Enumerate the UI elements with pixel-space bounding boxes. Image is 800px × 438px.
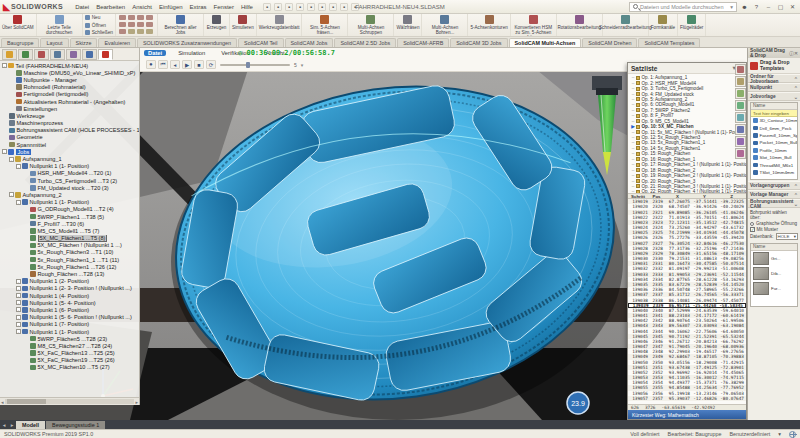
simulation-progress-slider[interactable] [220, 64, 290, 66]
hole-process-item[interactable]: Fur... [751, 281, 797, 296]
help-icon[interactable]: ? [752, 2, 761, 11]
ribbon-button-tool-sheet[interactable]: Werkzeugdatenblatt [257, 14, 303, 36]
tree-item[interactable]: M5_C5_Modell1 ...T5 (7) [0, 227, 139, 234]
cam-icon-5[interactable] [119, 22, 126, 27]
model-tab-modell[interactable]: Modell [16, 421, 45, 429]
play-icon[interactable]: ▶ [182, 60, 192, 69]
rebuild-icon[interactable]: ▪ [340, 3, 348, 11]
search-input[interactable]: Dateien und Modelle durchsuchen ▾ [629, 2, 737, 12]
ribbon-button-edge-machining[interactable]: Schneidenradbearbeitung [603, 14, 649, 36]
tree-item[interactable]: -Jobs [0, 148, 139, 155]
tree-expander-icon[interactable]: - [16, 293, 21, 298]
scroll-right-icon[interactable]: ▸ [135, 399, 138, 405]
tree-item[interactable]: M8_C5_Flächen27 ...T28 (24) [0, 342, 139, 349]
gear-icon[interactable] [735, 148, 746, 159]
ribbon-button-open-doc[interactable]: Öffnen [85, 23, 113, 28]
new-icon[interactable]: ▪ [274, 3, 282, 11]
section-bohrungsassistent[interactable]: Bohrungsassistent CAM⌄ [748, 199, 800, 208]
tree-item[interactable]: -Aufspannung_1 [0, 155, 139, 162]
tree-expander-icon[interactable]: - [16, 300, 21, 305]
menu-ansicht[interactable]: Ansicht [132, 4, 152, 10]
save-icon[interactable]: ▪ [296, 3, 304, 11]
scroll-left-icon[interactable]: ◂ [1, 399, 4, 405]
tree-expander-icon[interactable]: - [16, 279, 21, 284]
ribbon-button-close-doc[interactable]: Schließen [85, 30, 113, 35]
tree-item[interactable]: Turbo_C5_Fertigmodell ...T3 (2) [0, 177, 139, 184]
menu-extras[interactable]: Extras [190, 4, 207, 10]
open-icon[interactable]: ▪ [285, 3, 293, 11]
ribbon-button-port-machining[interactable]: Formkanäle [649, 14, 678, 36]
section-icon[interactable] [735, 100, 746, 111]
tree-item[interactable]: 5X_FaC_Flächen13 ...T25 (25) [0, 350, 139, 357]
record-icon[interactable]: ⏺ [146, 60, 156, 69]
ribbon-button-new-doc[interactable]: Neu [85, 15, 113, 20]
cam-icon-1[interactable] [119, 15, 126, 20]
tree-item[interactable]: Werkzeuge [0, 112, 139, 119]
sim-menu-simulation[interactable]: Simulation [174, 50, 209, 56]
operation-row[interactable]: –Op. 19: Rough_Flächen_2 ! (Nullpunkt 1 … [630, 173, 746, 178]
tab-scroll-right-icon[interactable]: ▸ [8, 422, 16, 428]
cam-icon-2[interactable] [128, 15, 135, 20]
tree-item[interactable]: -Nullpunkt 1 (1- Position) [0, 199, 139, 206]
tree-item[interactable]: -Aufspannung_2 [0, 191, 139, 198]
tab-solidcam-2-5d-jobs[interactable]: SolidCAM 2.5D Jobs [334, 38, 396, 47]
cam-icon-3[interactable] [137, 15, 144, 20]
step-back-icon[interactable]: ◂ [170, 60, 180, 69]
cam-icon-4[interactable] [146, 15, 153, 20]
template-item[interactable]: Fasemill_10mm_Spiral [751, 132, 797, 139]
sim-menu-datei[interactable]: Datei [144, 50, 166, 56]
cam-icon-10[interactable] [128, 29, 135, 34]
loop-icon[interactable]: ⟳ [206, 60, 216, 69]
menu-fenster[interactable]: Fenster [214, 4, 234, 10]
tree-item[interactable]: 5x_Rough_Flächen1 ...T26 (12) [0, 263, 139, 270]
ribbon-button-multiaxis-rough[interactable]: Multi-Achsen Schruppen [348, 14, 394, 36]
hole-process-item[interactable]: Dib... [751, 266, 797, 281]
table-row[interactable]: 139057235795.39037-12.46826-80.07647 [628, 396, 746, 401]
ribbon-button-multiaxis-drill[interactable]: Multi-Achsen Bohren... [422, 14, 468, 36]
tree-item[interactable]: 5X_FaC_Flächen19 ...T25 (26) [0, 357, 139, 364]
tree-expander-icon[interactable]: - [16, 315, 21, 320]
template-item[interactable]: Pocket_10mm_Bull [751, 139, 797, 146]
tree-item[interactable]: -Teil (FAHRRADHELM-NEU4) [0, 62, 139, 69]
cam-icon-9[interactable] [119, 29, 126, 34]
close-icon[interactable]: ✕ [788, 2, 797, 11]
tab-solidcam-afrb[interactable]: SolidCAM-AFRB [397, 38, 449, 47]
tree-item[interactable]: -Nullpunkt 1 (1- Position) [0, 163, 139, 170]
tree-item[interactable]: Geometrie [0, 134, 139, 141]
tree-item[interactable]: 5WRP_Flächen5 ...T28 (23) [0, 335, 139, 342]
tree-item[interactable]: -Nullpunkt 1 (4- Position) [0, 292, 139, 299]
hole-process-item[interactable]: Gri... [751, 251, 797, 266]
tree-item[interactable]: Maschine (DMU50_eVo_Linear_SHIMID_xP) [0, 69, 139, 76]
radio-graphic-opening[interactable] [750, 222, 754, 226]
cam-icon-8[interactable] [146, 22, 153, 27]
operation-row[interactable]: –Op. 21: Rough_Flächen_3 ! (Nullpunkt 1 … [630, 184, 746, 189]
tree-item[interactable]: -Nullpunkt 1 (1- Position) [0, 328, 139, 335]
tree-item[interactable]: G_ODRough_Modell1 ...T2 (4) [0, 206, 139, 213]
ribbon-button-sim-5axis[interactable]: Sim. 5-Achsen fräsen... [302, 14, 348, 36]
tree-item[interactable]: 5X_MC_Flächen10 ...T5 (27) [0, 364, 139, 371]
view-cube-icon[interactable] [735, 124, 746, 135]
tree-expander-icon[interactable]: - [2, 149, 7, 154]
tab-skizze[interactable]: Skizze [70, 38, 98, 47]
tool-display-icon[interactable] [735, 136, 746, 147]
template-item[interactable]: Slot_10mm_Bull [751, 154, 797, 161]
ribbon-button-simulate[interactable]: Simulieren [230, 14, 257, 36]
section-nullpunkt[interactable]: Nullpunkt⌃ [748, 83, 800, 92]
template-item[interactable]: TSlot_10mm4mm [751, 169, 797, 176]
home-icon[interactable]: ▪ [263, 3, 271, 11]
tree-item[interactable]: Spannmittel [0, 141, 139, 148]
cam-manager-icon[interactable] [82, 49, 97, 60]
ribbon-button-generate[interactable]: Erzeugen [204, 14, 230, 36]
measure-icon[interactable] [735, 88, 746, 99]
ribbon-button-convert-hsm[interactable]: Konvertieren HSM zu Sim. 5-Achsen fräsen [511, 14, 557, 36]
cam-icon-12[interactable] [146, 29, 153, 34]
tab-solidcam-teil[interactable]: SolidCAM Teil [238, 38, 283, 47]
globe-icon[interactable] [789, 431, 796, 438]
tree-item[interactable]: Bohrungsassistent CAM (HOLE PROCESSES - … [0, 127, 139, 134]
camera-icon[interactable] [735, 64, 746, 75]
operation-row[interactable]: –Op. 17: Rough_Flächen_1 ! (Nullpunkt 1 … [630, 162, 746, 167]
tree-item[interactable]: -Nullpunkt 1 (2- Position) [0, 278, 139, 285]
template-item[interactable]: Profile_10mm [751, 147, 797, 154]
tab-scroll-left-icon[interactable]: ◂ [0, 422, 8, 428]
tab-solidcam-multi-achsen[interactable]: SolidCAM Multi-Achsen [509, 38, 582, 47]
